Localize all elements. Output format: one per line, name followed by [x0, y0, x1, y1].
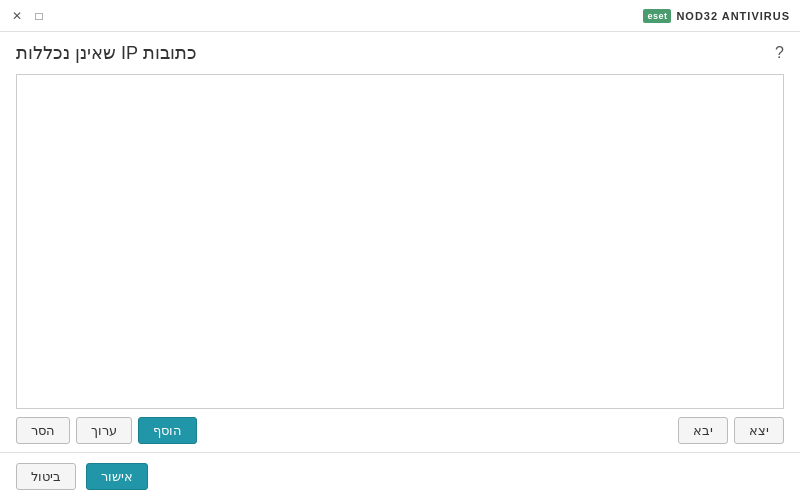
- footer-row: אישור ביטול: [0, 452, 800, 500]
- window-controls: ✕ □: [10, 9, 46, 23]
- remove-button[interactable]: הסר: [16, 417, 70, 444]
- eset-title: NOD32 ANTIVIRUS: [676, 10, 790, 22]
- main-window: ✕ □ eset NOD32 ANTIVIRUS ? כתובות IP שאי…: [0, 0, 800, 500]
- ip-list-area: [16, 74, 784, 409]
- title-bar: ✕ □ eset NOD32 ANTIVIRUS: [0, 0, 800, 32]
- page-header: ? כתובות IP שאינן נכללות: [0, 32, 800, 74]
- toolbar-left-buttons: יצא יבא: [678, 417, 784, 444]
- toolbar-row: יצא יבא הוסף ערוך הסר: [0, 409, 800, 452]
- app-branding: eset NOD32 ANTIVIRUS: [643, 9, 790, 23]
- help-icon[interactable]: ?: [775, 44, 784, 62]
- ok-button[interactable]: אישור: [86, 463, 148, 490]
- page-title: כתובות IP שאינן נכללות: [16, 42, 197, 64]
- edit-button[interactable]: ערוך: [76, 417, 132, 444]
- import-button[interactable]: יבא: [678, 417, 728, 444]
- add-button[interactable]: הוסף: [138, 417, 197, 444]
- export-button[interactable]: יצא: [734, 417, 784, 444]
- maximize-button[interactable]: □: [32, 9, 46, 23]
- eset-badge: eset: [643, 9, 671, 23]
- cancel-button[interactable]: ביטול: [16, 463, 76, 490]
- close-button[interactable]: ✕: [10, 9, 24, 23]
- toolbar-right-buttons: הוסף ערוך הסר: [16, 417, 197, 444]
